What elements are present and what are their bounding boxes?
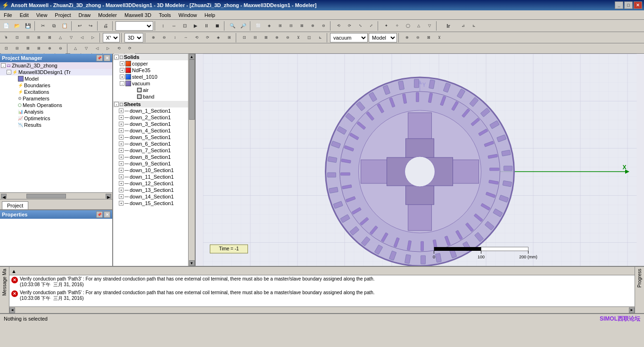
down14-toggle[interactable]: + <box>119 194 124 199</box>
tb2-snap-a[interactable]: ⊡ <box>239 33 249 43</box>
tb-btn-o[interactable]: ⊖ <box>318 21 329 31</box>
menu-project[interactable]: Project <box>51 10 74 19</box>
vscroll-down-btn[interactable]: ▼ <box>189 260 195 266</box>
tb2-snap-e[interactable]: ⊖ <box>282 33 293 43</box>
tb2-view-btn-a[interactable]: ⊕ <box>148 33 158 43</box>
down1-toggle[interactable]: + <box>119 108 124 113</box>
sheets-toggle[interactable]: - <box>114 102 119 107</box>
tree-optimetrics[interactable]: 📈 Optimetrics <box>0 115 112 122</box>
tb2-view-btn-e[interactable]: ⟲ <box>191 33 202 43</box>
plane-select[interactable]: XY <box>103 33 120 42</box>
design-toggle[interactable]: - <box>7 70 11 74</box>
undo-button[interactable]: ↩ <box>74 21 85 31</box>
tree-model[interactable]: Model <box>0 75 112 82</box>
project-tree[interactable]: - 🗂 ZhuanZi_3D_zhong - ⚡ Maxwell3DDesign… <box>0 62 112 192</box>
copper-toggle[interactable]: + <box>120 61 124 66</box>
copy-button[interactable]: ⧉ <box>49 21 59 31</box>
down13-toggle[interactable]: + <box>119 188 124 192</box>
msg-scroll-right[interactable]: ► <box>629 307 635 313</box>
tb2-snap-c[interactable]: ⊠ <box>261 33 271 43</box>
design-item[interactable]: - ⚡ Maxwell3DDesign1 (Tr <box>0 69 112 75</box>
project-root-toggle[interactable]: - <box>1 63 6 68</box>
tb2-extra-d[interactable]: ⊻ <box>434 33 445 43</box>
titlebar-window-controls[interactable]: _ □ ✕ <box>615 1 642 9</box>
down3-toggle[interactable]: + <box>119 122 124 126</box>
close-button[interactable]: ✕ <box>634 1 642 9</box>
tb3-btn-d[interactable]: ⊞ <box>33 43 44 54</box>
tree-analysis[interactable]: 📊 Analysis <box>0 108 112 115</box>
tb-btn-n[interactable]: ⊕ <box>307 21 318 31</box>
tb2-snap-d[interactable]: ⊕ <box>272 33 282 43</box>
tb2-snap-h[interactable]: ⊾ <box>315 33 325 43</box>
properties-pin-button[interactable]: 📌 <box>96 211 103 218</box>
tb-btn-d[interactable]: ▶ <box>190 21 201 31</box>
down2-toggle[interactable]: + <box>119 115 124 120</box>
canvas-area[interactable]: Y X <box>196 54 644 266</box>
middle-vscroll[interactable]: ▲ ▼ <box>188 54 195 266</box>
tree-excitations[interactable]: ⚡ Excitations <box>0 89 112 95</box>
down9-toggle[interactable]: + <box>119 161 124 166</box>
tb-btn-r[interactable]: ⤡ <box>355 21 365 31</box>
sheet-down13[interactable]: + — down_13_Section1 <box>113 187 195 193</box>
down6-toggle[interactable]: + <box>119 141 124 146</box>
tb2-btn-d[interactable]: ⊞ <box>33 33 44 43</box>
tb2-btn-g[interactable]: ▽ <box>66 33 76 43</box>
material-select[interactable]: vacuum <box>330 33 368 42</box>
tb2-extra-a[interactable]: ⊕ <box>402 33 412 43</box>
menu-draw[interactable]: Draw <box>75 10 95 19</box>
tb2-snap-f[interactable]: ⊻ <box>293 33 304 43</box>
sheet-down14[interactable]: + — down_14_Section1 <box>113 193 195 200</box>
menu-maxwell3d[interactable]: Maxwell 3D <box>121 10 155 19</box>
menu-help[interactable]: Help <box>201 10 219 19</box>
open-button[interactable]: 📂 <box>12 21 22 31</box>
tb3-btn-l[interactable]: ⟳ <box>124 43 135 54</box>
sheet-down2[interactable]: + — down_2_Section1 <box>113 114 195 121</box>
sheet-down8[interactable]: + — down_8_Section1 <box>113 154 195 160</box>
down5-toggle[interactable]: + <box>119 135 124 140</box>
tb3-btn-j[interactable]: ▷ <box>103 43 113 54</box>
sheet-down3[interactable]: + — down_3_Section1 <box>113 121 195 127</box>
ir-button[interactable]: Ir <box>439 21 457 31</box>
msg-scroll-left[interactable]: ◄ <box>9 307 15 313</box>
tb-btn-extra1[interactable]: ⊿ <box>458 21 468 31</box>
redo-button[interactable]: ↪ <box>85 21 96 31</box>
sheet-down10[interactable]: + — down_10_Section1 <box>113 167 195 174</box>
unit-select[interactable] <box>116 21 153 31</box>
sheet-down6[interactable]: + — down_6_Section1 <box>113 140 195 147</box>
tb-btn-b[interactable]: ↔ <box>169 21 179 31</box>
tb3-btn-e[interactable]: ⊕ <box>44 43 55 54</box>
down7-toggle[interactable]: + <box>119 148 124 153</box>
sheet-down1[interactable]: + — down_1_Section1 <box>113 107 195 114</box>
tb-btn-extra2[interactable]: ⊾ <box>469 21 479 31</box>
panel-pin-button[interactable]: 📌 <box>96 55 103 61</box>
sheet-down4[interactable]: + — down_4_Section1 <box>113 127 195 134</box>
tb-btn-m[interactable]: ⊠ <box>297 21 307 31</box>
tb-btn-c[interactable]: ⊡ <box>180 21 190 31</box>
tree-mesh[interactable]: ⬡ Mesh Operations <box>0 102 112 108</box>
tb-btn-s[interactable]: ⤢ <box>366 21 376 31</box>
tb2-view-btn-h[interactable]: ⊞ <box>224 33 234 43</box>
tb2-extra-b[interactable]: ⊖ <box>413 33 423 43</box>
tb3-btn-h[interactable]: ▽ <box>81 43 91 54</box>
solid-vacuum[interactable]: - vacuum <box>113 80 195 87</box>
tb-btn-a[interactable]: ↕ <box>158 21 168 31</box>
paste-button[interactable]: 📋 <box>59 21 70 31</box>
new-button[interactable]: 📄 <box>1 21 11 31</box>
tb-btn-w[interactable]: △ <box>413 21 424 31</box>
project-root[interactable]: - 🗂 ZhuanZi_3D_zhong <box>0 62 112 69</box>
solid-steel1010[interactable]: + steel_1010 <box>113 74 195 80</box>
project-tree-hscroll[interactable]: ◄ ► <box>0 192 112 199</box>
tb-btn-k[interactable]: ⊞ <box>275 21 285 31</box>
menu-tools[interactable]: Tools <box>155 10 175 19</box>
down11-toggle[interactable]: + <box>119 174 124 179</box>
down8-toggle[interactable]: + <box>119 155 124 159</box>
print-button[interactable]: 🖨 <box>100 21 111 31</box>
vscroll-up-btn[interactable]: ▲ <box>189 54 195 59</box>
restore-button[interactable]: □ <box>624 1 633 9</box>
tb2-snap-g[interactable]: ◫ <box>304 33 314 43</box>
tb3-btn-g[interactable]: △ <box>70 43 81 54</box>
solids-group[interactable]: - □ Solids <box>113 54 195 60</box>
sheet-down15[interactable]: + — down_15_Section1 <box>113 200 195 207</box>
panel-header-buttons[interactable]: 📌 ✕ <box>96 55 110 61</box>
tb2-view-btn-f[interactable]: ⟳ <box>202 33 213 43</box>
